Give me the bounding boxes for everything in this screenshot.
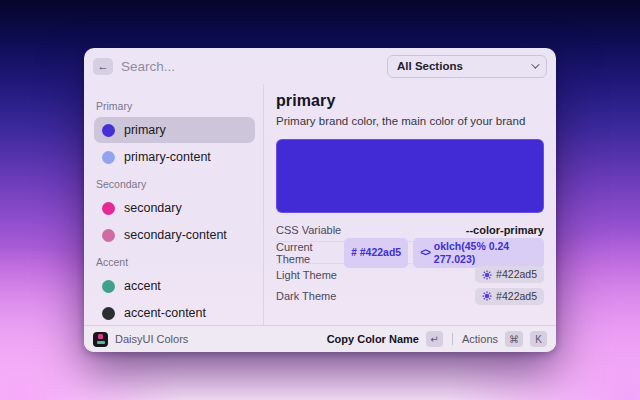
sidebar-item-accent[interactable]: accent (94, 273, 255, 299)
sections-dropdown[interactable]: All Sections (387, 55, 547, 78)
color-dot-accent (102, 280, 115, 293)
back-button[interactable]: ← (93, 58, 113, 75)
daisyui-logo-icon (93, 332, 108, 347)
current-theme-oklch-value: oklch(45% 0.24 277.023) (434, 240, 537, 266)
current-theme-row: Current Theme # #422ad5 <> oklch(45% 0.2… (276, 241, 544, 263)
light-theme-label: Light Theme (276, 269, 337, 281)
css-variable-value: --color-primary (466, 224, 544, 236)
actions-menu-button[interactable]: Actions (462, 333, 498, 345)
search-input[interactable] (121, 59, 379, 74)
footer-bar: DaisyUI Colors Copy Color Name ↵ Actions… (84, 325, 556, 352)
dark-theme-hex-badge[interactable]: #422ad5 (475, 288, 544, 305)
color-dot-accent-content (102, 307, 115, 320)
current-theme-hex-badge[interactable]: # #422ad5 (344, 238, 408, 268)
footer-divider (452, 333, 453, 345)
current-theme-label: Current Theme (276, 241, 344, 265)
sections-dropdown-value: All Sections (397, 60, 463, 72)
color-dot-secondary (102, 202, 115, 215)
current-theme-hex-value: #422ad5 (360, 246, 401, 259)
detail-title: primary (276, 92, 544, 110)
dark-theme-label: Dark Theme (276, 290, 336, 302)
color-swatch (276, 139, 544, 213)
section-label-accent: Accent (96, 256, 255, 268)
sun-icon (482, 270, 492, 280)
code-icon: <> (420, 246, 430, 259)
color-list-sidebar: Primary primary primary-content Secondar… (84, 84, 264, 325)
sidebar-item-label: primary (124, 123, 166, 137)
light-theme-hex-value: #422ad5 (496, 268, 537, 281)
section-label-primary: Primary (96, 100, 255, 112)
back-arrow-icon: ← (98, 60, 109, 72)
color-dot-secondary-content (102, 229, 115, 242)
sidebar-item-primary-content[interactable]: primary-content (94, 144, 255, 170)
topbar: ← All Sections (84, 48, 556, 84)
sidebar-item-label: secondary-content (124, 228, 227, 242)
copy-color-name-action[interactable]: Copy Color Name (327, 333, 419, 345)
section-label-secondary: Secondary (96, 178, 255, 190)
detail-description: Primary brand color, the main color of y… (276, 115, 544, 127)
sun-icon (482, 291, 492, 301)
sidebar-item-label: secondary (124, 201, 182, 215)
color-dot-primary-content (102, 151, 115, 164)
cmd-key-badge: ⌘ (505, 331, 523, 347)
k-key-badge: K (530, 331, 547, 347)
sidebar-item-secondary-content[interactable]: secondary-content (94, 222, 255, 248)
enter-key-badge: ↵ (426, 331, 443, 347)
sidebar-item-label: primary-content (124, 150, 211, 164)
color-detail-pane: primary Primary brand color, the main co… (264, 84, 556, 325)
chevron-down-icon (531, 60, 539, 68)
command-palette-window: ← All Sections Primary primary primary-c… (84, 48, 556, 352)
sidebar-item-label: accent (124, 279, 161, 293)
light-theme-hex-badge[interactable]: #422ad5 (475, 266, 544, 283)
sidebar-item-primary[interactable]: primary (94, 117, 255, 143)
current-theme-oklch-badge[interactable]: <> oklch(45% 0.24 277.023) (413, 238, 544, 268)
hash-icon: # (351, 246, 356, 259)
css-variable-label: CSS Variable (276, 224, 341, 236)
sidebar-item-secondary[interactable]: secondary (94, 195, 255, 221)
sidebar-item-label: accent-content (124, 306, 206, 320)
color-dot-primary (102, 124, 115, 137)
dark-theme-row: Dark Theme #422ad5 (276, 285, 544, 307)
dark-theme-hex-value: #422ad5 (496, 290, 537, 303)
app-name: DaisyUI Colors (115, 333, 188, 345)
sidebar-item-accent-content[interactable]: accent-content (94, 300, 255, 325)
